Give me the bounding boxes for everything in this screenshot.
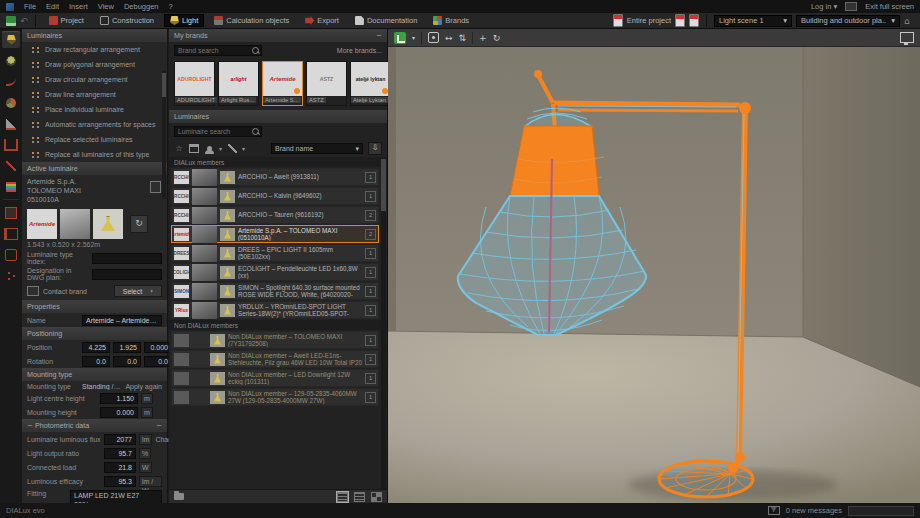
luminaire-row[interactable]: ARCCHIOARCCHIO – Tauren (9616192)2: [171, 206, 379, 224]
position-z[interactable]: 0.000: [144, 342, 172, 353]
rotate-view-icon[interactable]: ↻: [493, 33, 501, 43]
luminaire-row[interactable]: Non DIALux member – 129-05-2835-4060MW 2…: [171, 388, 379, 406]
menu-view[interactable]: View: [98, 2, 114, 11]
tab-export[interactable]: Export: [299, 14, 345, 27]
luminaire-row[interactable]: ARCCHIOARCCHIO – Kalvin (9649602)1: [171, 187, 379, 205]
brand-search-input[interactable]: [174, 45, 262, 56]
scene-toggle2-icon[interactable]: [689, 14, 699, 27]
copy-icon[interactable]: [150, 181, 161, 193]
messages-icon[interactable]: [768, 506, 780, 515]
scene-3d[interactable]: [388, 47, 920, 503]
rail-points-tool[interactable]: [2, 267, 20, 284]
type-filter-icon[interactable]: [227, 144, 237, 153]
my-brands-header[interactable]: My brands−: [169, 29, 387, 42]
tab-calculation-objects[interactable]: Calculation objects: [208, 14, 295, 27]
grid-view-icon[interactable]: [371, 492, 382, 502]
rail-lightsource-tool[interactable]: [2, 52, 20, 69]
lch-value[interactable]: 1.150: [100, 393, 138, 404]
mounting-type-value[interactable]: Standing / bollard: [82, 383, 122, 390]
exit-fullscreen-button[interactable]: Exit full screen: [865, 2, 914, 11]
caret-down-icon[interactable]: ▾: [412, 34, 415, 41]
rail-wall-tool[interactable]: [2, 204, 20, 221]
rotation-x[interactable]: 0.0: [82, 356, 110, 367]
rail-ramp-tool[interactable]: [2, 115, 20, 132]
more-brands-link[interactable]: More brands...: [337, 47, 382, 54]
position-y[interactable]: 1.925: [113, 342, 141, 353]
rail-door-tool[interactable]: [2, 225, 20, 242]
rotate-luminaire-button[interactable]: ↻: [130, 215, 148, 233]
luminaire-row[interactable]: SIMONSIMON – Spotlight 640.30 surface mo…: [171, 282, 379, 300]
brand-tile-arlight[interactable]: arlightArlight Rus...: [218, 61, 259, 106]
tool-draw-circular[interactable]: Draw circular arrangement: [22, 72, 167, 87]
menu-file[interactable]: File: [24, 2, 36, 11]
luminaire-row[interactable]: Non DIALux member – TOLOMEO MAXI (7Y3179…: [171, 331, 379, 349]
photo-thumb[interactable]: [60, 209, 90, 239]
luminaire-row-selected[interactable]: ArtemideArtemide S.p.A. – TOLOMEO MAXI (…: [171, 225, 379, 243]
luminaire-row[interactable]: ARCCHIOARCCHIO – Aweit (9913811)1: [171, 168, 379, 186]
apply-again-button[interactable]: Apply again: [125, 383, 162, 390]
measure-vertical-icon[interactable]: ⇅: [459, 33, 467, 43]
luminaire-search-input[interactable]: [174, 126, 262, 137]
brand-name-sort-select[interactable]: Brand name▾: [271, 143, 363, 154]
brand-tile-artemide[interactable]: ArtemideArtemide S...: [262, 61, 303, 106]
view-direction-button[interactable]: [394, 32, 406, 44]
brand-tile-astz[interactable]: ASTZASTZ: [306, 61, 347, 106]
caret-down-icon[interactable]: ▾: [242, 145, 245, 152]
tool-draw-rectangular[interactable]: Draw rectangular arrangement: [22, 42, 167, 57]
display-mode-select[interactable]: Building and outdoor pla..▾: [796, 15, 900, 27]
tab-documentation[interactable]: Documentation: [349, 14, 423, 27]
collapse-icon[interactable]: −: [27, 421, 33, 430]
caret-down-icon[interactable]: ▾: [219, 145, 222, 152]
luminaire-row[interactable]: Non DIALux member – LED Downlight 12W ec…: [171, 369, 379, 387]
menu-insert[interactable]: Insert: [69, 2, 88, 11]
display-icon[interactable]: [900, 32, 914, 43]
collapse-icon[interactable]: −: [156, 421, 162, 430]
brand-tile-adurolight[interactable]: ADUROLIGHTADUROLIGHT: [174, 61, 215, 106]
positioning-header[interactable]: Positioning: [22, 327, 167, 340]
save-icon[interactable]: [6, 16, 16, 26]
cad-viewport[interactable]: ▾ ↔ ⇅ + ↻: [388, 29, 920, 503]
tab-construction[interactable]: Construction: [94, 14, 160, 27]
brand-logo-thumb[interactable]: Artemide: [27, 209, 57, 239]
rotation-z[interactable]: 0.0: [144, 356, 172, 367]
light-scene-select[interactable]: Light scene 1▾: [714, 15, 792, 27]
active-luminaire-header[interactable]: Active luminaire: [22, 162, 167, 175]
select-luminaire-button[interactable]: Select›: [114, 285, 162, 297]
menu-edit[interactable]: Edit: [46, 2, 59, 11]
folder-icon[interactable]: [174, 493, 184, 500]
rail-room-tool[interactable]: [2, 136, 20, 153]
favorites-filter-icon[interactable]: ☆: [174, 144, 184, 153]
download-icon[interactable]: ⇩: [368, 142, 382, 155]
luminaire-row[interactable]: DREESDREES – EPIC LIGHT II 1605mm (50E10…: [171, 244, 379, 262]
menu-debug[interactable]: Debuggen: [124, 2, 159, 11]
window-icon[interactable]: [845, 2, 857, 11]
login-button[interactable]: Log in ▾: [811, 2, 837, 11]
scene-toggle-icon[interactable]: [675, 14, 685, 27]
rotation-y[interactable]: 0.0: [113, 356, 141, 367]
luminaire-row[interactable]: YRluxYRDLUX – YROmniLED-SPOT LIGHT Serie…: [171, 301, 379, 319]
list-view-icon[interactable]: [337, 492, 348, 502]
datasheet-filter-icon[interactable]: [189, 144, 199, 153]
rail-layers-tool[interactable]: [2, 178, 20, 195]
luminaire-search[interactable]: [174, 126, 262, 137]
tools-section-header[interactable]: Luminaires: [22, 29, 167, 42]
collapse-icon[interactable]: −: [376, 31, 382, 40]
entire-project-icon[interactable]: [613, 14, 623, 27]
luminaires-catalog-header[interactable]: Luminaires: [169, 110, 387, 123]
tool-replace-selected[interactable]: Replace selected luminaires: [22, 132, 167, 147]
rail-luminaires-tool[interactable]: [2, 31, 20, 48]
zoom-fit-icon[interactable]: [428, 32, 439, 43]
photometric-header[interactable]: − Photometric data −: [22, 419, 167, 432]
menu-help[interactable]: ?: [169, 2, 173, 11]
detail-view-icon[interactable]: [354, 492, 365, 502]
flux-value[interactable]: 2077: [104, 434, 136, 445]
member-filter-icon[interactable]: [204, 144, 214, 153]
tab-project[interactable]: Project: [43, 14, 90, 27]
brand-search[interactable]: [174, 45, 262, 56]
type-index-input[interactable]: [92, 253, 162, 264]
lamp-icon[interactable]: ⌂: [904, 16, 914, 26]
luminaire-row[interactable]: Non DIALux member – Aweit LED-E1ns-Stehl…: [171, 350, 379, 368]
contact-brand-link[interactable]: Contact brand: [43, 288, 87, 295]
symbol-thumb[interactable]: [93, 209, 123, 239]
tool-draw-polygonal[interactable]: Draw polygonal arrangement: [22, 57, 167, 72]
